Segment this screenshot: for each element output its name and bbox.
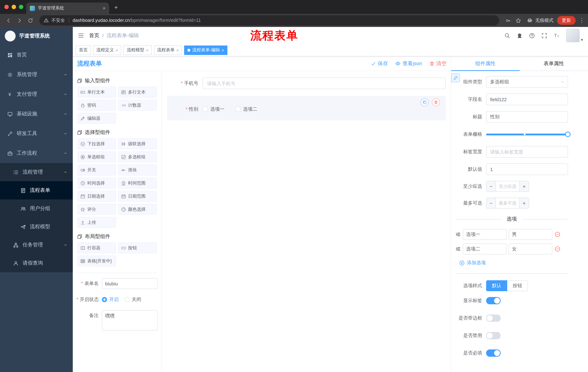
form-remark-textarea[interactable]: 嘿嘿	[102, 310, 158, 330]
option-label-input[interactable]	[463, 229, 506, 240]
palette-item-editor[interactable]: 编辑器	[77, 113, 116, 124]
form-field-phone[interactable]: 手机号	[167, 76, 446, 91]
sidebar-item-task-management[interactable]: 任务管理	[0, 236, 73, 254]
form-grid-slider[interactable]	[486, 128, 568, 140]
window-zoom-button[interactable]	[19, 5, 23, 9]
palette-item-row-container[interactable]: 行容器	[77, 242, 116, 253]
border-toggle[interactable]	[486, 315, 501, 322]
tab-close-icon[interactable]: ×	[103, 5, 105, 11]
drag-handle-icon[interactable]	[456, 232, 461, 237]
decrease-button[interactable]: −	[486, 181, 496, 191]
palette-item-upload[interactable]: 上传	[77, 217, 116, 228]
sidebar-item-process-form[interactable]: 流程表单	[0, 181, 73, 200]
tag-process-form[interactable]: 流程表单 ×	[154, 45, 182, 55]
sidebar-item-user-group[interactable]: 用户分组	[0, 200, 73, 218]
sidebar-item-workflow[interactable]: 工作流程	[0, 143, 73, 163]
form-field-gender-selected[interactable]: 性别 选项一 选项二	[167, 96, 446, 120]
slider-handle[interactable]	[565, 132, 570, 137]
max-select-stepper[interactable]: − +	[486, 198, 529, 209]
min-select-stepper[interactable]: − +	[486, 181, 529, 192]
palette-item-password[interactable]: 密码	[77, 100, 116, 111]
delete-widget-button[interactable]	[432, 98, 440, 106]
palette-item-switch[interactable]: 开关	[77, 165, 116, 175]
tag-close-icon[interactable]: ×	[177, 48, 179, 52]
style-default-button[interactable]: 默认	[486, 280, 507, 291]
save-button[interactable]: 保存	[371, 60, 388, 67]
help-button[interactable]	[527, 30, 537, 41]
clear-button[interactable]: 清空	[429, 60, 446, 67]
tag-close-icon[interactable]: ×	[116, 48, 118, 52]
sidebar-item-dev-tools[interactable]: 研发工具	[0, 124, 73, 143]
bookmark-button[interactable]	[513, 15, 523, 25]
forward-button[interactable]	[14, 15, 25, 26]
default-value-input[interactable]	[486, 163, 568, 175]
doc-link-button[interactable]	[451, 74, 460, 82]
increase-button[interactable]: +	[519, 181, 529, 191]
palette-item-time-range[interactable]: 时间范围	[118, 178, 157, 189]
palette-item-radio-group[interactable]: 单选框组	[77, 151, 116, 162]
palette-item-checkbox-group[interactable]: 多选框组	[118, 151, 157, 162]
browser-menu-button[interactable]: ⋮	[578, 17, 585, 24]
tag-process-model[interactable]: 流程模型 ×	[124, 45, 152, 55]
component-type-select[interactable]: 多选框组	[486, 76, 568, 88]
palette-item-slider[interactable]: 滑块	[118, 165, 157, 175]
address-bar[interactable]: 不安全 dashboard.yudao.iocoder.cn/bpm/manag…	[39, 15, 499, 25]
password-key-button[interactable]	[503, 15, 513, 25]
sidebar-item-home[interactable]: 首页	[0, 45, 73, 65]
user-avatar[interactable]: ▾	[566, 29, 583, 42]
palette-item-button[interactable]: 按钮	[118, 242, 157, 253]
palette-item-date-picker[interactable]: 日期选择	[77, 191, 116, 202]
decrease-button[interactable]: −	[486, 198, 496, 208]
window-minimize-button[interactable]	[12, 5, 16, 9]
fullscreen-button[interactable]	[539, 30, 550, 41]
sidebar-item-payment-management[interactable]: ¥ 支付管理	[0, 85, 73, 104]
copy-widget-button[interactable]	[421, 98, 429, 106]
disabled-toggle[interactable]	[486, 332, 501, 339]
remove-option-button[interactable]	[555, 232, 560, 237]
field-name-input[interactable]	[486, 94, 568, 105]
tag-home[interactable]: 首页	[76, 45, 91, 55]
max-select-input[interactable]	[496, 198, 519, 208]
form-canvas[interactable]: 手机号	[162, 71, 451, 372]
remove-option-button[interactable]	[555, 246, 560, 252]
sidebar-item-leave-query[interactable]: 请假查询	[0, 254, 73, 272]
browser-update-button[interactable]: 更新	[557, 16, 576, 25]
palette-item-table[interactable]: 表格[开发中]	[77, 255, 116, 266]
checkbox-option-1[interactable]: 选项一	[203, 106, 224, 112]
palette-item-date-range[interactable]: 日期范围	[118, 191, 157, 202]
option-value-input[interactable]	[509, 244, 552, 255]
app-logo[interactable]: 芋道管理系统	[0, 27, 73, 45]
palette-item-single-line-text[interactable]: 单行文本	[77, 87, 116, 97]
phone-input[interactable]	[203, 77, 446, 89]
title-input[interactable]	[486, 111, 568, 123]
browser-tab[interactable]: 芋道管理系统 ×	[26, 2, 109, 14]
radio-status-on[interactable]: 开启	[102, 296, 119, 303]
font-size-button[interactable]: TT	[552, 30, 562, 41]
sidebar-item-process-management[interactable]: 流程管理	[0, 163, 73, 181]
search-button[interactable]	[502, 30, 513, 41]
checkbox-option-2[interactable]: 选项二	[235, 106, 257, 112]
style-button-button[interactable]: 按钮	[507, 280, 528, 291]
window-close-button[interactable]	[4, 5, 9, 9]
label-width-input[interactable]	[486, 146, 568, 158]
increase-button[interactable]: +	[519, 198, 529, 208]
sidebar-collapse-button[interactable]	[78, 32, 84, 39]
sidebar-item-infrastructure[interactable]: 基础设施	[0, 104, 73, 124]
reload-button[interactable]	[25, 15, 36, 26]
view-json-button[interactable]: 查看json	[395, 60, 422, 67]
min-select-input[interactable]	[496, 181, 519, 191]
option-label-input[interactable]	[463, 244, 506, 255]
palette-item-cascader[interactable]: 级联选择	[118, 138, 157, 149]
form-name-input[interactable]	[102, 278, 158, 289]
show-label-toggle[interactable]	[486, 297, 501, 304]
tag-process-definition[interactable]: 流程定义 ×	[93, 45, 121, 55]
new-tab-button[interactable]: +	[114, 4, 118, 11]
required-toggle[interactable]	[486, 350, 501, 357]
option-value-input[interactable]	[509, 229, 552, 240]
palette-item-counter[interactable]: 123 计数器	[118, 100, 157, 111]
palette-item-time-picker[interactable]: 时间选择	[77, 178, 116, 189]
add-option-button[interactable]: 添加选项	[459, 260, 568, 266]
breadcrumb-home[interactable]: 首页	[89, 32, 99, 39]
palette-item-rate[interactable]: 评分	[77, 204, 116, 215]
sidebar-item-process-model[interactable]: 流程模型	[0, 218, 73, 236]
